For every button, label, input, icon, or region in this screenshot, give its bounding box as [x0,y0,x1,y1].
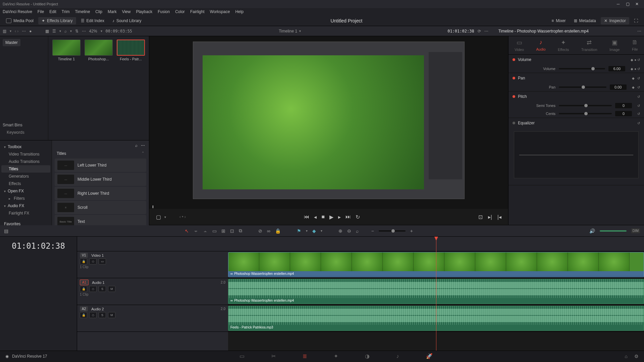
timeline-options-icon[interactable]: ▤ [4,228,8,234]
play-button[interactable]: ▶ [329,214,333,220]
dim-button[interactable]: DIM [631,228,640,233]
fx-cat-audiofx[interactable]: ▾Audio FX [1,202,50,209]
title-item[interactable]: ≡Scroll [55,201,146,214]
fx-cat-fairlightfx[interactable]: Fairlight FX [1,209,50,217]
overwrite-tool[interactable]: ⊡ [230,228,234,234]
speaker-icon[interactable]: 🔊 [589,228,595,234]
next-clip-button[interactable]: ⏭ [345,214,351,220]
lock-icon[interactable]: 🔒 [80,258,87,264]
timeline-timecode[interactable]: 01:01:02:38 [0,237,77,351]
zoom-tool[interactable]: ⊕ [338,228,342,234]
pitch-header[interactable]: Pitch↺ [508,92,644,102]
sound-library-toggle[interactable]: ♪Sound Library [109,17,145,24]
stop-button[interactable]: ■ [321,214,325,220]
fx-cat-toolbox[interactable]: ▾Toolbox [1,143,50,150]
zoom-in-button[interactable]: + [410,228,413,234]
title-item[interactable]: —Right Lower Third [55,187,146,200]
fx-cat-filters[interactable]: ▸Filters [1,195,50,202]
minimize-button[interactable]: ─ [614,1,623,7]
chevron-down-icon[interactable]: ▾ [299,29,301,33]
home-icon[interactable]: ⌂ [625,354,628,359]
inspector-tab-transition[interactable]: ⇄Transition [581,39,597,52]
dots-icon[interactable]: ⋯ [82,29,86,34]
smart-bin-keywords[interactable]: Keywords [3,129,45,136]
loop-button[interactable]: ↻ [356,214,360,220]
title-item[interactable]: —Middle Lower Third [55,173,146,186]
dots-icon[interactable]: ⋯ [141,143,145,148]
page-color[interactable]: ◑ [365,353,370,359]
page-media[interactable]: ▭ [239,353,245,359]
search-icon[interactable]: ⌕ [64,29,67,34]
search-icon[interactable]: ⌕ [356,228,359,234]
metadata-toggle[interactable]: ⊞Metadata [571,17,599,24]
zoom-slider[interactable] [379,230,406,232]
track-header-a1[interactable]: A1Audio 12.0 🔒◇SM 1 Clip [77,278,228,305]
menu-help[interactable]: Help [235,9,244,14]
menu-file[interactable]: File [38,9,44,14]
flag-icon[interactable]: ⚑ [297,228,301,234]
edit-index-toggle[interactable]: ☰Edit Index [77,17,108,24]
equalizer-header[interactable]: Equalizer↺ [508,118,644,128]
menu-clip[interactable]: Clip [95,9,102,14]
chevron-down-icon[interactable]: ▾ [10,29,11,33]
pan-slider[interactable] [559,86,606,88]
menu-fusion[interactable]: Fusion [158,9,170,14]
settings-icon[interactable]: ⚙ [634,354,639,359]
sort-icon[interactable]: ⇅ [75,29,78,34]
semitones-slider[interactable] [559,105,612,106]
clip-thumb-video[interactable]: Photoshop... [84,40,113,61]
link-icon[interactable]: ∞ [267,228,270,234]
go-start-button[interactable]: |◂ [497,214,501,220]
dynamic-trim-tool[interactable]: ⫠ [203,228,208,234]
inspector-tab-effects[interactable]: ✦Effects [558,39,569,52]
menu-davinci[interactable]: DaVinci Resolve [3,9,32,14]
trim-tool[interactable]: ⫟ [194,228,198,234]
lock-icon[interactable]: 🔒 [80,312,87,318]
media-pool-toggle[interactable]: Media Pool [3,17,37,24]
master-bin[interactable]: Master [3,39,20,46]
volume-slider[interactable] [600,230,627,232]
disable-button[interactable]: ▭ [99,258,106,264]
auto-select-button[interactable]: ◇ [89,286,97,292]
cents-slider[interactable] [559,113,612,114]
semitones-value[interactable]: 0 [615,103,632,108]
track-header-v1[interactable]: V1Video 1 🔒◇▭ 1 Clip [77,251,228,278]
mute-button[interactable]: M [108,312,115,318]
pan-value[interactable]: 0.00 [610,84,627,90]
menu-trim[interactable]: Trim [62,9,70,14]
replace-tool[interactable]: ⧉ [239,228,242,234]
go-end-button[interactable]: ▸| [488,214,492,220]
inspector-tab-video[interactable]: ▭Video [515,39,524,52]
lock-icon[interactable]: 🔒 [275,228,281,234]
volume-slider[interactable] [559,68,605,69]
dots-icon[interactable]: ⋯ [637,29,641,34]
equalizer-graph[interactable] [514,131,639,178]
layout-icon[interactable]: ▥ [3,29,6,34]
volume-header[interactable]: Volume◆ ● ↺ [508,55,644,65]
page-fairlight[interactable]: ♪ [396,353,399,359]
smart-bins-header[interactable]: Smart Bins [3,121,45,129]
inspector-tab-audio[interactable]: ♪Audio [536,39,545,52]
view-grid-icon[interactable]: ▦ [45,29,49,34]
zoom-out-button[interactable]: − [371,228,374,234]
menu-view[interactable]: View [122,9,131,14]
insert-tool[interactable]: ⊞ [221,228,225,234]
auto-select-button[interactable]: ◇ [89,312,97,318]
viewer-canvas[interactable] [149,36,508,204]
menu-workspace[interactable]: Workspace [210,9,230,14]
dots-icon[interactable]: ⋯ [22,29,26,34]
inspector-tab-image[interactable]: ▣Image [609,39,620,52]
expand-button[interactable]: ⛶ [631,17,641,24]
menu-playback[interactable]: Playback [136,9,152,14]
clip-thumb-timeline[interactable]: Timeline 1 [52,40,81,61]
solo-button[interactable]: S [99,312,106,318]
cents-value[interactable]: 0 [615,111,632,116]
fx-cat-audio-transitions[interactable]: Audio Transitions [1,158,50,165]
sync-icon[interactable]: ⟳ [478,29,481,34]
volume-value[interactable]: 6.00 [608,66,625,71]
fx-cat-video-transitions[interactable]: Video Transitions [1,150,50,158]
viewer-timecode[interactable]: 01:01:02:38 [447,29,474,34]
page-fusion[interactable]: ✦ [334,353,338,359]
solo-button[interactable]: S [99,286,106,292]
dots-icon[interactable]: ⋯ [484,29,488,34]
